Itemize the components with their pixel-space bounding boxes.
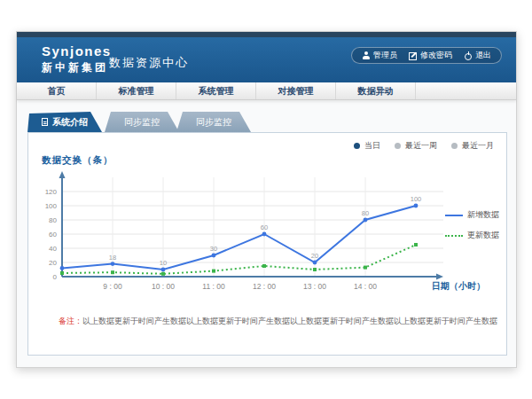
tab-sync-monitor-1-label: 同步监控 xyxy=(124,117,160,127)
line-chart: 0204060801001209 : 0010 : 0011 : 0012 : … xyxy=(35,170,505,303)
radio-last-month-label: 最近一月 xyxy=(462,140,494,152)
svg-text:30: 30 xyxy=(210,245,217,253)
svg-text:10: 10 xyxy=(160,259,167,267)
footnote-text: 以上数据更新于时间产生数据以上数据更新于时间产生数据以上数据更新于时间产生数据以… xyxy=(82,317,497,325)
tab-sync-monitor-1[interactable]: 同步监控 xyxy=(105,112,179,132)
tab-system-intro[interactable]: 系统介绍 xyxy=(27,112,102,132)
svg-text:60: 60 xyxy=(49,231,57,239)
user-label: 管理员 xyxy=(373,50,397,61)
chart-panel: 当日 最近一周 最近一月 数据交换（条） 0204060801001209 : … xyxy=(27,132,507,356)
svg-text:日期（小时）: 日期（小时） xyxy=(432,281,485,291)
svg-text:80: 80 xyxy=(49,216,57,224)
svg-text:40: 40 xyxy=(49,245,57,253)
main-nav: 首页 标准管理 系统管理 对接管理 数据异动 xyxy=(17,82,516,100)
svg-text:13 : 00: 13 : 00 xyxy=(303,282,326,291)
footnote: 备注：以上数据更新于时间产生数据以上数据更新于时间产生数据以上数据更新于时间产生… xyxy=(59,316,493,327)
chart-area: 0204060801001209 : 0010 : 0011 : 0012 : … xyxy=(35,170,505,307)
document-icon xyxy=(42,118,48,126)
radio-today-label: 当日 xyxy=(364,140,380,152)
radio-last-week-label: 最近一周 xyxy=(405,140,437,152)
radio-unselected-icon xyxy=(451,143,458,149)
radio-selected-icon xyxy=(354,143,360,149)
tab-sync-monitor-2-label: 同步监控 xyxy=(196,117,231,127)
svg-text:20: 20 xyxy=(49,259,57,267)
svg-text:100: 100 xyxy=(45,202,58,210)
radio-last-month[interactable]: 最近一月 xyxy=(451,140,494,152)
legend-item-new-data[interactable]: 新增数据 xyxy=(445,209,499,221)
svg-text:100: 100 xyxy=(411,195,422,203)
time-range-filter: 当日 最近一周 最近一月 xyxy=(354,140,494,152)
svg-text:9 : 00: 9 : 00 xyxy=(103,282,122,291)
power-icon xyxy=(464,51,472,59)
tab-sync-monitor-2[interactable]: 同步监控 xyxy=(176,112,251,132)
person-icon xyxy=(362,51,370,59)
svg-text:10 : 00: 10 : 00 xyxy=(152,282,175,291)
legend-item-update-data[interactable]: 更新数据 xyxy=(445,230,499,241)
brand-logo-text: Synjones xyxy=(42,43,112,59)
user-button[interactable]: 管理员 xyxy=(362,50,397,61)
svg-text:60: 60 xyxy=(261,223,268,231)
footnote-prefix: 备注： xyxy=(59,317,82,325)
edit-icon xyxy=(409,51,417,59)
brand-logo[interactable]: Synjones 新中新集团 xyxy=(42,43,112,75)
svg-text:120: 120 xyxy=(45,188,58,196)
nav-item-system-mgmt[interactable]: 系统管理 xyxy=(176,82,256,99)
svg-text:14 : 00: 14 : 00 xyxy=(354,282,377,291)
user-menu: 管理员 修改密码 退出 xyxy=(351,47,502,64)
solid-line-icon xyxy=(445,215,463,216)
svg-text:20: 20 xyxy=(311,252,318,260)
tab-system-intro-label: 系统介绍 xyxy=(52,117,88,127)
change-password-button[interactable]: 修改密码 xyxy=(409,50,452,61)
radio-today[interactable]: 当日 xyxy=(354,140,380,152)
logout-button[interactable]: 退出 xyxy=(464,50,491,61)
legend-new-data-label: 新增数据 xyxy=(467,209,499,221)
page-title: 数据资源中心 xyxy=(109,55,189,71)
dotted-line-icon xyxy=(445,235,463,237)
brand-company-name: 新中新集团 xyxy=(42,60,112,75)
logout-label: 退出 xyxy=(475,50,491,61)
radio-unselected-icon xyxy=(395,143,401,149)
svg-text:80: 80 xyxy=(362,209,369,217)
chart-legend: 新增数据 更新数据 xyxy=(445,209,499,241)
radio-last-week[interactable]: 最近一周 xyxy=(395,140,437,152)
legend-update-data-label: 更新数据 xyxy=(467,230,499,241)
svg-text:11 : 00: 11 : 00 xyxy=(202,282,225,291)
nav-item-interface-mgmt[interactable]: 对接管理 xyxy=(256,82,336,99)
svg-text:0: 0 xyxy=(53,273,58,281)
app-window: Synjones 新中新集团 数据资源中心 管理员 修改密码 退出 首页 标准管… xyxy=(16,31,517,368)
nav-item-standard-mgmt[interactable]: 标准管理 xyxy=(97,82,176,99)
svg-text:18: 18 xyxy=(109,254,116,262)
nav-item-data-change[interactable]: 数据异动 xyxy=(336,82,416,99)
header-bar: Synjones 新中新集团 数据资源中心 管理员 修改密码 退出 xyxy=(17,37,516,82)
svg-text:12 : 00: 12 : 00 xyxy=(253,282,276,291)
y-axis-title: 数据交换（条） xyxy=(42,154,113,167)
nav-item-home[interactable]: 首页 xyxy=(17,82,97,99)
change-password-label: 修改密码 xyxy=(420,50,452,61)
